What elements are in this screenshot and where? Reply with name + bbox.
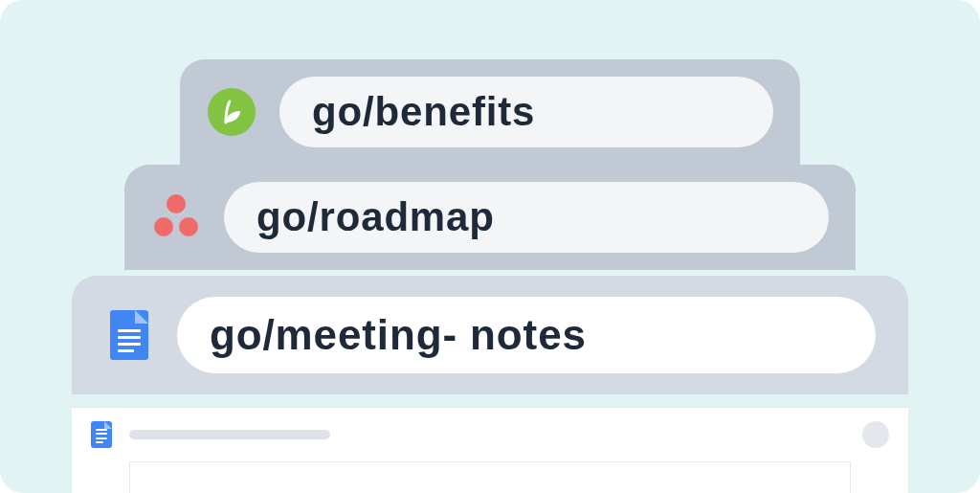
- document-title-placeholder: [129, 430, 330, 439]
- browser-tab-benefits[interactable]: go/benefits: [180, 59, 800, 165]
- document-toolbar: [72, 408, 908, 461]
- avatar: [862, 421, 889, 448]
- browser-tab-roadmap[interactable]: go/roadmap: [124, 165, 856, 270]
- google-docs-icon: [91, 421, 112, 448]
- bamboohr-icon: [207, 87, 256, 137]
- browser-tab-meeting-notes[interactable]: go/meeting- notes: [72, 276, 908, 394]
- address-bar[interactable]: go/meeting- notes: [177, 297, 876, 373]
- url-text: go/roadmap: [256, 194, 495, 240]
- document-body: [129, 461, 851, 493]
- url-text: go/meeting- notes: [210, 311, 587, 359]
- asana-icon: [151, 192, 201, 242]
- google-docs-icon: [104, 310, 154, 360]
- address-bar[interactable]: go/roadmap: [224, 182, 829, 253]
- document-preview: [72, 407, 908, 493]
- address-bar[interactable]: go/benefits: [279, 77, 773, 147]
- url-text: go/benefits: [312, 89, 535, 135]
- illustration-stage: go/benefits go/roadmap go/meeting- notes: [0, 0, 980, 493]
